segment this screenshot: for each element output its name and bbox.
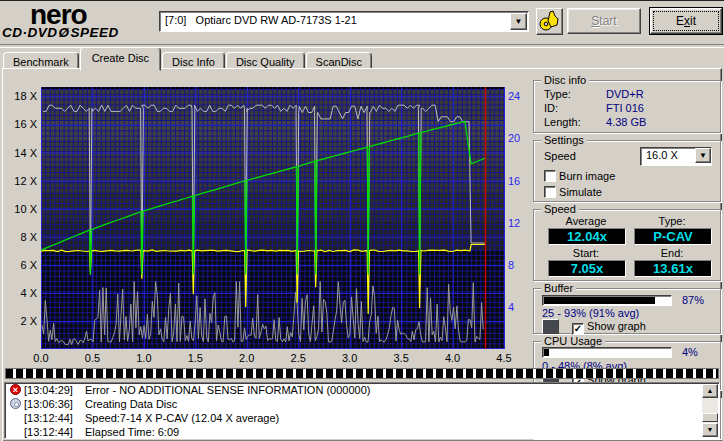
- drive-select-arrow[interactable]: ▼: [510, 13, 527, 30]
- disc-id-label: ID:: [544, 102, 558, 114]
- tab-create-disc[interactable]: Create Disc: [80, 47, 161, 71]
- simulate-checkbox[interactable]: [544, 186, 556, 198]
- log-row: × [13:04:29] Error - NO ADDITIONAL SENSE…: [5, 384, 719, 397]
- x-axis-tick: 2.5: [285, 352, 311, 364]
- buffer-group: Buffer 87% 25 - 93% (91% avg) ✓ Show gra…: [533, 288, 721, 334]
- event-log[interactable]: × [13:04:29] Error - NO ADDITIONAL SENSE…: [4, 382, 720, 439]
- start-button-label: Start: [591, 14, 616, 28]
- log-row: [13:12:44] Speed:7-14 X P-CAV (12.04 X a…: [5, 412, 719, 425]
- cpu-usage-bar: [542, 347, 672, 358]
- x-axis-tick: 3.0: [337, 352, 363, 364]
- end-speed-label: End:: [632, 247, 712, 259]
- tab-strip: BenchmarkCreate DiscDisc InfoDisc Qualit…: [3, 49, 373, 69]
- x-axis-tick: 0.0: [28, 352, 54, 364]
- log-time: [13:12:44]: [24, 412, 73, 424]
- y-axis-right-tick: 4: [508, 301, 528, 313]
- y-axis-right-tick: 8: [508, 259, 528, 271]
- y-axis-left-tick: 18 X: [4, 90, 37, 102]
- log-time: [13:12:44]: [24, 426, 73, 438]
- end-speed-display: 13.61x: [634, 260, 712, 277]
- buffer-show-graph-label: Show graph: [587, 320, 646, 332]
- disc-id-value: FTI 016: [606, 102, 644, 114]
- log-row: [13:06:36] Creating Data Disc: [5, 398, 719, 411]
- drive-select[interactable]: [7:0] Optiarc DVD RW AD-7173S 1-21 ▼: [159, 11, 529, 32]
- settings-title: Settings: [541, 134, 587, 146]
- y-axis-right-tick: 12: [508, 217, 528, 229]
- log-time: [13:06:36]: [24, 398, 73, 410]
- drive-select-value: [7:0] Optiarc DVD RW AD-7173S 1-21: [165, 14, 357, 26]
- start-speed-display: 7.05x: [548, 260, 626, 277]
- exit-button[interactable]: Exit: [650, 8, 722, 34]
- y-axis-left-tick: 6 X: [4, 259, 37, 271]
- arrow-down-icon: ▼: [707, 426, 714, 433]
- x-axis-tick: 1.0: [131, 352, 157, 364]
- error-icon: ×: [10, 384, 22, 396]
- write-type-display: P-CAV: [634, 228, 712, 245]
- y-axis-right-tick: 20: [508, 132, 528, 144]
- cpu-group-title: CPU Usage: [541, 335, 605, 347]
- scroll-down-button[interactable]: ▼: [702, 423, 718, 437]
- speed-select[interactable]: 16.0 X ▼: [640, 147, 712, 166]
- app-window: nero CD·DVDØSPEED [7:0] Optiarc DVD RW A…: [0, 0, 724, 441]
- hand-disc-icon: [538, 9, 561, 32]
- speed-setting-label: Speed: [544, 150, 576, 162]
- y-axis-left-tick: 16 X: [4, 118, 37, 130]
- disc-info-group: Disc info Type:DVD+R ID:FTI 016 Length:4…: [533, 80, 721, 133]
- x-axis-tick: 1.5: [182, 352, 208, 364]
- start-button[interactable]: Start: [567, 8, 641, 34]
- y-axis-left-tick: 4 X: [4, 287, 37, 299]
- average-speed-display: 12.04x: [548, 228, 626, 245]
- buffer-show-graph-checkbox[interactable]: ✓: [572, 323, 584, 335]
- log-text: Error - NO ADDITIONAL SENSE INFORMATION …: [85, 384, 370, 396]
- type-label: Type:: [632, 215, 712, 227]
- y-axis-left-tick: 8 X: [4, 231, 37, 243]
- disc-glyph-icon: Ø: [59, 25, 70, 40]
- buffer-group-title: Buffer: [541, 282, 576, 294]
- burn-progress-bar: [5, 368, 719, 379]
- disc-type-label: Type:: [544, 88, 571, 100]
- chevron-down-icon: ▼: [699, 151, 707, 160]
- log-text: Speed:7-14 X P-CAV (12.04 X average): [85, 412, 279, 424]
- speed-group-title: Speed: [541, 203, 579, 215]
- burn-image-label: Burn image: [559, 170, 615, 182]
- scroll-thumb[interactable]: [702, 413, 718, 422]
- disc-type-value: DVD+R: [606, 88, 644, 100]
- simulate-label: Simulate: [559, 186, 602, 198]
- x-axis-tick: 4.5: [491, 352, 517, 364]
- log-row: [13:12:44] Elapsed Time: 6:09: [5, 426, 719, 439]
- x-axis-tick: 4.0: [440, 352, 466, 364]
- buffer-level-bar: [542, 295, 672, 306]
- speed-select-arrow[interactable]: ▼: [695, 148, 711, 163]
- y-axis-right-tick: 16: [508, 175, 528, 187]
- burn-image-checkbox[interactable]: [544, 170, 556, 182]
- y-axis-left-tick: 2 X: [4, 315, 37, 327]
- disc-icon: [10, 398, 22, 410]
- x-axis-tick: 0.5: [79, 352, 105, 364]
- cpu-usage-fill: [544, 349, 549, 356]
- buffer-show-graph: ✓ Show graph: [572, 320, 646, 335]
- log-scrollbar[interactable]: ▲ ▼: [702, 384, 718, 437]
- average-label: Average: [546, 215, 626, 227]
- buffer-color-swatch[interactable]: [542, 319, 559, 334]
- logo-text-cdspeed: CD·DVDØSPEED: [2, 25, 119, 40]
- log-text: Elapsed Time: 6:09: [85, 426, 179, 438]
- start-speed-label: Start:: [546, 247, 626, 259]
- x-axis-tick: 2.0: [234, 352, 260, 364]
- speed-select-value: 16.0 X: [646, 149, 678, 161]
- chevron-down-icon: ▼: [515, 17, 523, 26]
- log-time: [13:04:29]: [24, 384, 73, 396]
- settings-group: Settings Speed 16.0 X ▼ Burn image Simul…: [533, 140, 721, 202]
- disc-info-title: Disc info: [541, 74, 589, 86]
- cpu-percent: 4%: [682, 346, 698, 358]
- focus-rectangle: [654, 12, 718, 30]
- arrow-up-icon: ▲: [707, 387, 714, 394]
- y-axis-left-tick: 12 X: [4, 175, 37, 187]
- buffer-percent: 87%: [682, 294, 704, 306]
- eject-tray-button[interactable]: [536, 8, 563, 35]
- disc-length-label: Length:: [544, 116, 581, 128]
- speed-chart: [41, 87, 505, 349]
- y-axis-right-tick: 24: [508, 90, 528, 102]
- speed-group: Speed Average Type: 12.04x P-CAV Start: …: [533, 209, 721, 281]
- scroll-up-button[interactable]: ▲: [702, 384, 718, 398]
- x-axis-tick: 3.5: [388, 352, 414, 364]
